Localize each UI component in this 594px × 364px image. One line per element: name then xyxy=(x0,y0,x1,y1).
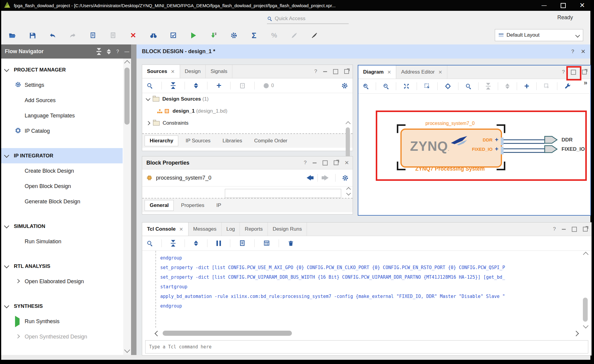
zoom-in-icon[interactable] xyxy=(363,83,369,89)
chevron-right-icon[interactable] xyxy=(146,121,150,125)
scroll-down-icon[interactable] xyxy=(583,323,588,328)
tcl-console-output[interactable]: endgroup set_property -dict [list CONFIG… xyxy=(142,251,580,328)
console-vertical-scrollbar[interactable] xyxy=(582,253,589,328)
copy-button[interactable] xyxy=(89,32,97,39)
clipped-text-field[interactable] xyxy=(225,189,341,198)
scrollbar-thumb[interactable] xyxy=(124,68,130,125)
maximize-panel-icon[interactable] xyxy=(572,227,577,232)
float-panel-icon[interactable] xyxy=(583,227,588,232)
redo-button[interactable] xyxy=(69,32,77,39)
block-port[interactable]: DDR + xyxy=(483,136,498,143)
float-panel-icon[interactable] xyxy=(344,69,349,74)
add-sources-icon[interactable]: + xyxy=(216,81,221,90)
search-icon[interactable] xyxy=(147,241,152,246)
flow-navigator-item[interactable]: SYNTHESIS xyxy=(1,299,123,314)
gear-icon[interactable] xyxy=(342,175,348,181)
scroll-left-icon[interactable] xyxy=(155,331,160,336)
make-external-icon[interactable] xyxy=(544,83,550,89)
scroll-up-icon[interactable] xyxy=(124,60,130,66)
chevron-down-icon[interactable] xyxy=(146,96,151,101)
zynq-processing-system-block[interactable]: ZYNQ. DDR + FIXED_IO + xyxy=(400,129,502,168)
find-button[interactable] xyxy=(149,32,157,39)
expand-all-icon[interactable] xyxy=(194,241,198,246)
debug-disabled-button[interactable] xyxy=(311,32,318,39)
collapse-all-icon[interactable] xyxy=(486,83,491,90)
minimize-panel-icon[interactable] xyxy=(313,162,317,163)
bottom-tab[interactable]: IP Sources xyxy=(181,136,215,146)
pause-output-icon[interactable] xyxy=(216,241,221,246)
report-table-icon[interactable] xyxy=(264,240,270,246)
utilization-button[interactable]: % xyxy=(270,32,278,39)
doc-help-icon[interactable]: ? xyxy=(240,83,245,89)
tab[interactable]: Design ✕ xyxy=(180,65,206,78)
close-icon[interactable]: ✕ xyxy=(581,48,586,55)
float-panel-icon[interactable] xyxy=(334,160,338,165)
edit-disabled-button[interactable] xyxy=(290,32,298,39)
previous-object-icon[interactable] xyxy=(307,175,311,180)
undo-button[interactable] xyxy=(49,32,57,39)
panel-splitter[interactable] xyxy=(131,44,136,355)
open-project-button[interactable] xyxy=(8,32,16,39)
flow-navigator-item[interactable]: RTL ANALYSIS xyxy=(1,259,123,274)
flow-navigator-item[interactable]: IP Catalog xyxy=(1,123,123,139)
help-icon[interactable]: ? xyxy=(304,160,306,166)
scrollbar-thumb[interactable] xyxy=(346,127,350,160)
block-port[interactable]: FIXED_IO + xyxy=(472,146,498,153)
external-port[interactable]: FIXED_IO xyxy=(544,145,585,153)
tab[interactable]: Reports ✕ xyxy=(240,223,268,236)
flow-navigator-item[interactable]: IP INTEGRATOR xyxy=(1,148,123,163)
close-icon[interactable]: ✕ xyxy=(438,69,442,75)
save-button[interactable] xyxy=(29,32,36,39)
scroll-spinner[interactable] xyxy=(347,188,350,195)
add-ip-icon[interactable]: + xyxy=(524,82,529,90)
external-port[interactable]: DDR xyxy=(544,136,585,144)
search-icon[interactable] xyxy=(147,83,152,88)
flow-navigator-item[interactable]: Open Block Design xyxy=(1,179,123,194)
float-window-icon[interactable] xyxy=(582,70,587,74)
tree-item-constraints[interactable]: Constraints xyxy=(142,117,353,129)
maximize-panel-icon[interactable] xyxy=(333,69,338,74)
gear-icon[interactable] xyxy=(341,83,348,89)
fixed-io-wire[interactable] xyxy=(504,148,544,153)
help-icon[interactable]: ? xyxy=(553,226,556,232)
float-panel-icon[interactable] xyxy=(571,70,576,75)
trash-icon[interactable] xyxy=(288,241,294,246)
tab[interactable]: Signals ✕ xyxy=(206,65,232,78)
validate-button[interactable] xyxy=(170,32,177,39)
flow-navigator-item[interactable]: Run Synthesis xyxy=(1,314,123,329)
tab[interactable]: Sources ✕ xyxy=(142,65,180,78)
collapse-all-icon[interactable] xyxy=(171,82,176,89)
scroll-down-icon[interactable] xyxy=(124,347,130,353)
flow-navigator-item[interactable]: Open Synthesized Design xyxy=(1,329,123,344)
flow-navigator-item[interactable]: Run Simulation xyxy=(1,234,123,249)
flow-navigator-scrollbar[interactable] xyxy=(123,59,131,355)
help-icon[interactable]: ? xyxy=(562,69,565,75)
search-icon[interactable] xyxy=(466,83,471,89)
maximize-panel-icon[interactable] xyxy=(323,160,328,165)
tree-item-design-sources[interactable]: Design Sources (1) xyxy=(142,93,353,105)
layout-selector[interactable]: Default Layout xyxy=(495,29,583,41)
flow-navigator-item[interactable]: IMPLEMENTATION xyxy=(1,354,123,355)
tcl-command-input[interactable] xyxy=(145,341,588,353)
expand-all-icon[interactable] xyxy=(505,83,510,89)
flow-navigator-item[interactable]: PROJECT MANAGER xyxy=(1,62,123,77)
close-window-icon[interactable]: ✕ xyxy=(580,2,585,9)
minimize-panel-icon[interactable] xyxy=(323,71,327,72)
scrollbar-thumb[interactable] xyxy=(163,331,292,336)
tab[interactable]: Diagram ✕ xyxy=(358,65,396,79)
bottom-tab[interactable]: IP xyxy=(212,200,226,211)
copy-icon[interactable] xyxy=(239,240,245,246)
delete-button[interactable]: ✕ xyxy=(129,32,137,39)
tab[interactable]: Design Runs ✕ xyxy=(268,223,307,236)
flow-navigator-item[interactable]: Create Block Design xyxy=(1,163,123,179)
autofit-icon[interactable] xyxy=(445,83,451,89)
step-button[interactable] xyxy=(210,32,218,39)
collapse-all-icon[interactable] xyxy=(171,240,176,247)
expand-all-icon[interactable] xyxy=(194,83,198,88)
flow-navigator-item[interactable]: Language Templates xyxy=(1,108,123,123)
next-object-icon[interactable] xyxy=(324,175,329,180)
close-icon[interactable]: ✕ xyxy=(171,69,175,74)
customize-wrench-icon[interactable] xyxy=(565,83,571,89)
ddr-wire[interactable] xyxy=(504,139,544,144)
expand-port-icon[interactable]: + xyxy=(495,136,498,143)
